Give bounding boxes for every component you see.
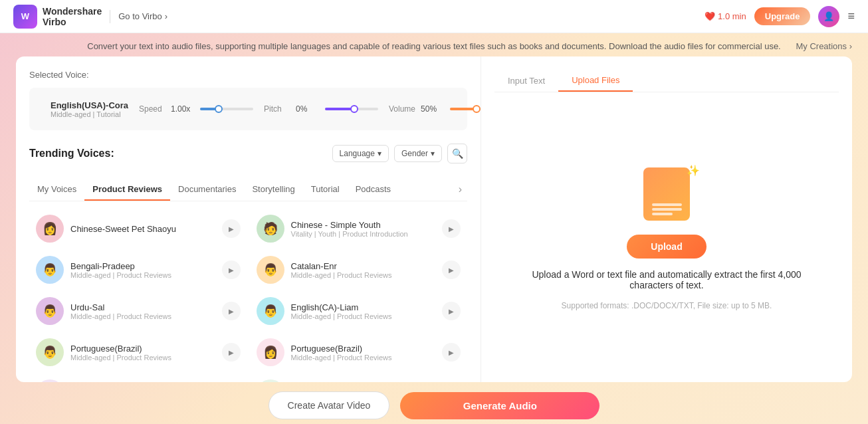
speed-label: Speed	[139, 104, 165, 114]
selected-voice-label: Selected Voice:	[29, 70, 467, 80]
play-button-2[interactable]: ▶	[442, 219, 461, 238]
gender-filter[interactable]: Gender ▾	[394, 145, 442, 162]
play-button-7[interactable]: ▶	[222, 343, 241, 362]
tab-podcasts[interactable]: Podcasts	[348, 179, 399, 201]
upload-button[interactable]: Upload	[627, 235, 706, 259]
doc-line-1	[652, 203, 682, 206]
upload-description: Upload a Word or text file and automatic…	[532, 269, 801, 290]
voice-avatar-6: 👨	[257, 297, 284, 325]
play-button-6[interactable]: ▶	[442, 302, 461, 320]
sparkle-icon: ✨	[687, 164, 700, 177]
list-item[interactable]: 👨 Bengali-Pradeep Middle-aged | Product …	[29, 251, 247, 289]
voice-name-3: Bengali-Pradeep	[70, 261, 215, 271]
goto-virbo-label: Go to Virbo	[118, 11, 162, 21]
speed-slider-group: Speed 1.00x	[139, 104, 253, 114]
list-item[interactable]: 👩 Chinese - Promotional Fem... Exciting …	[250, 374, 468, 382]
voice-details-3: Bengali-Pradeep Middle-aged | Product Re…	[70, 261, 215, 279]
search-button[interactable]: 🔍	[447, 144, 467, 163]
voice-name-8: Portuguese(Brazil)	[291, 344, 436, 354]
volume-thumb[interactable]	[473, 105, 481, 113]
list-item[interactable]: 👨 Catalan-Enr Middle-aged | Product Revi…	[250, 251, 468, 289]
selected-voice-info: English(USA)-Cora Middle-aged | Tutorial	[51, 100, 128, 118]
voice-details-6: English(CA)-Liam Middle-aged | Product R…	[291, 302, 436, 320]
voice-avatar-9: 👩	[36, 379, 64, 382]
speed-thumb[interactable]	[215, 105, 223, 113]
voice-avatar-5: 👨	[36, 297, 64, 325]
voice-meta-6: Middle-aged | Product Reviews	[291, 312, 436, 320]
pitch-track[interactable]	[325, 108, 378, 110]
tab-tutorial[interactable]: Tutorial	[303, 179, 348, 201]
doc-lines	[652, 203, 682, 215]
list-item[interactable]: 👨 Portuguese(Brazil) Middle-aged | Produ…	[29, 333, 247, 371]
voice-name-4: Catalan-Enr	[291, 261, 436, 271]
right-panel: Input Text Upload Files ✨ Upload Upload …	[481, 56, 852, 382]
play-button-1[interactable]: ▶	[222, 219, 241, 238]
voice-name-2: Chinese - Simple Youth	[291, 220, 436, 230]
volume-track[interactable]	[450, 108, 481, 110]
volume-label: Volume	[389, 104, 415, 114]
play-button-8[interactable]: ▶	[442, 343, 461, 362]
voice-avatar-1: 👩	[36, 215, 64, 243]
list-item[interactable]: 👨 English(CA)-Liam Middle-aged | Product…	[250, 292, 468, 330]
generate-audio-button[interactable]: Generate Audio	[400, 392, 599, 419]
voice-avatar-8: 👩	[257, 338, 284, 366]
tabs-chevron-icon[interactable]: ›	[453, 178, 467, 201]
header-right: ❤️ 1.0 min Upgrade 👤 ≡	[705, 6, 855, 27]
list-item[interactable]: 👩 Chinese-Sweet Pet Shaoyu ▶	[29, 209, 247, 248]
upgrade-button[interactable]: Upgrade	[754, 7, 811, 25]
voice-meta-4: Middle-aged | Product Reviews	[291, 271, 436, 279]
pitch-thumb[interactable]	[350, 105, 358, 113]
trending-title: Trending Voices:	[29, 148, 114, 159]
user-avatar[interactable]: 👤	[818, 6, 839, 27]
voice-details-5: Urdu-Sal Middle-aged | Product Reviews	[70, 302, 215, 320]
voice-meta-7: Middle-aged | Product Reviews	[70, 354, 215, 362]
voice-tabs: My Voices Product Reviews Documentaries …	[29, 178, 467, 201]
voice-name-6: English(CA)-Liam	[291, 302, 436, 312]
list-item[interactable]: 🧑 Chinese - Simple Youth Vitality | Yout…	[250, 209, 468, 248]
pitch-slider-group: Pitch 0%	[264, 104, 378, 114]
voice-avatar-3: 👨	[36, 256, 64, 284]
pitch-label: Pitch	[264, 104, 290, 114]
play-button-5[interactable]: ▶	[222, 302, 241, 320]
play-button-3[interactable]: ▶	[222, 261, 241, 279]
menu-button[interactable]: ≡	[847, 9, 855, 23]
right-tabs: Input Text Upload Files	[494, 70, 839, 92]
doc-line-3	[652, 213, 673, 215]
language-filter[interactable]: Language ▾	[332, 145, 389, 162]
tab-storytelling[interactable]: Storytelling	[244, 179, 302, 201]
speed-value: 1.00x	[171, 104, 195, 114]
voice-meta-3: Middle-aged | Product Reviews	[70, 271, 215, 279]
tab-input-text[interactable]: Input Text	[494, 70, 558, 92]
voice-meta-5: Middle-aged | Product Reviews	[70, 312, 215, 320]
tab-upload-files[interactable]: Upload Files	[558, 70, 633, 92]
voice-name-7: Portuguese(Brazil)	[70, 344, 215, 354]
doc-line-2	[652, 208, 682, 211]
logo-text: WondershareVirbo	[43, 6, 102, 27]
credits-value: 1.0 min	[718, 11, 746, 21]
pitch-value: 0%	[296, 104, 320, 114]
credits-display: ❤️ 1.0 min	[705, 11, 746, 21]
voice-name-1: Chinese-Sweet Pet Shaoyu	[70, 224, 215, 234]
tab-documentaries[interactable]: Documentaries	[170, 179, 244, 201]
voice-avatar-7: 👨	[36, 338, 64, 366]
voice-controls: 👩 English(USA)-Cora Middle-aged | Tutori…	[29, 88, 467, 130]
document-icon	[643, 167, 690, 221]
voice-details-2: Chinese - Simple Youth Vitality | Youth …	[291, 220, 436, 238]
voice-avatar-4: 👨	[257, 256, 284, 284]
tab-my-voices[interactable]: My Voices	[29, 179, 84, 201]
voice-details-8: Portuguese(Brazil) Middle-aged | Product…	[291, 344, 436, 362]
play-button-4[interactable]: ▶	[442, 261, 461, 279]
speed-track[interactable]	[200, 108, 253, 110]
goto-virbo-link[interactable]: Go to Virbo ›	[118, 11, 167, 21]
create-avatar-button[interactable]: Create Avatar Video	[269, 391, 390, 419]
header: W WondershareVirbo Go to Virbo › ❤️ 1.0 …	[0, 0, 868, 33]
list-item[interactable]: 👩 Welsh-Nia Middle-aged | Product Review…	[29, 374, 247, 382]
language-chevron-icon: ▾	[378, 149, 381, 158]
voice-avatar-10: 👩	[257, 379, 284, 382]
list-item[interactable]: 👨 Urdu-Sal Middle-aged | Product Reviews…	[29, 292, 247, 330]
volume-slider-group: Volume 50%	[389, 104, 481, 114]
tab-product-reviews[interactable]: Product Reviews	[84, 179, 170, 201]
list-item[interactable]: 👩 Portuguese(Brazil) Middle-aged | Produ…	[250, 333, 468, 371]
header-divider	[110, 10, 110, 23]
my-creations-link[interactable]: My Creations ›	[796, 41, 852, 51]
